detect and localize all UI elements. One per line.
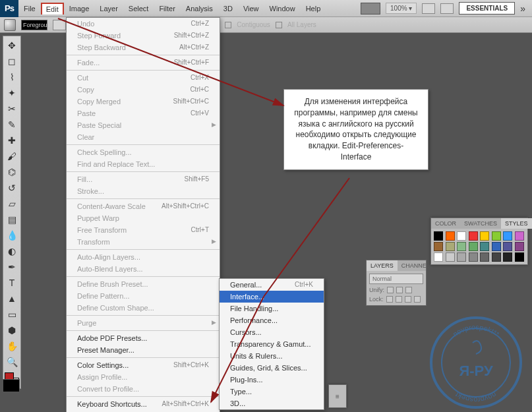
prefs-menu-item[interactable]: Units & Rulers... <box>220 350 324 362</box>
style-swatch[interactable] <box>446 231 455 241</box>
style-swatch[interactable] <box>515 252 524 262</box>
style-swatch[interactable] <box>480 231 489 241</box>
prefs-menu-item[interactable]: Guides, Grid, & Slices... <box>220 362 324 374</box>
prefs-menu-item[interactable]: Interface... <box>220 291 324 303</box>
style-swatch[interactable] <box>492 231 501 241</box>
style-swatch[interactable] <box>469 252 478 262</box>
menu-filter[interactable]: Filter <box>154 2 180 15</box>
style-swatch[interactable] <box>434 242 443 251</box>
lasso-tool-icon[interactable]: ⌇ <box>5 70 19 84</box>
style-swatch[interactable] <box>515 242 524 251</box>
menu-help[interactable]: Help <box>301 2 326 15</box>
menu-layer[interactable]: Layer <box>94 2 123 15</box>
brush-tool-icon[interactable]: 🖌 <box>5 149 19 163</box>
lock-all-icon[interactable] <box>414 296 421 303</box>
healing-brush-tool-icon[interactable]: ✚ <box>5 133 19 148</box>
prefs-menu-item[interactable]: Transparency & Gamut... <box>220 338 324 350</box>
edit-menu-dropdown: UndoCtrl+ZStep ForwardShift+Ctrl+ZStep B… <box>66 17 220 412</box>
pen-tool-icon[interactable]: ✒ <box>5 260 19 274</box>
style-swatch[interactable] <box>469 242 478 251</box>
blur-tool-icon[interactable]: 💧 <box>5 228 19 243</box>
edit-menu-item: Fill...Shift+F5 <box>67 173 220 185</box>
style-swatch[interactable] <box>457 242 466 251</box>
zoom-tool-icon[interactable]: 🔍 <box>5 355 19 369</box>
clone-stamp-tool-icon[interactable]: ⌬ <box>5 165 19 179</box>
style-swatch[interactable] <box>492 242 501 251</box>
dodge-tool-icon[interactable]: ◐ <box>5 244 19 258</box>
edit-menu-item[interactable]: Color Settings...Shift+Ctrl+K <box>67 359 220 371</box>
style-swatch[interactable] <box>469 231 478 241</box>
move-tool-icon[interactable]: ✥ <box>5 38 19 53</box>
style-swatch[interactable] <box>434 252 443 262</box>
prefs-menu-item[interactable]: Plug-Ins... <box>220 374 324 386</box>
style-swatch[interactable] <box>515 231 524 241</box>
3d-tool-icon[interactable]: ⬢ <box>5 323 19 338</box>
menu-select[interactable]: Select <box>123 2 154 15</box>
contiguous-checkbox[interactable] <box>225 22 231 28</box>
history-brush-tool-icon[interactable]: ↺ <box>5 181 19 195</box>
expand-panels-icon[interactable]: » <box>520 3 525 14</box>
alllayers-checkbox[interactable] <box>276 22 282 28</box>
foreground-swatch[interactable]: Foregroun <box>21 20 47 30</box>
style-swatch[interactable] <box>480 252 489 262</box>
style-swatch[interactable] <box>503 252 512 262</box>
watermark-stamp: novprospekt** novprospekt Я-РУ <box>427 313 525 412</box>
hand-tool-icon[interactable]: ✋ <box>5 339 19 353</box>
style-swatch[interactable] <box>480 242 489 251</box>
edit-menu-item[interactable]: Preset Manager... <box>67 344 220 356</box>
style-swatch[interactable] <box>446 252 455 262</box>
type-tool-icon[interactable]: T <box>5 276 19 290</box>
prefs-menu-item[interactable]: File Handling... <box>220 303 324 314</box>
edit-menu-item[interactable]: Adobe PDF Presets... <box>67 332 220 344</box>
eyedropper-tool-icon[interactable]: ✎ <box>5 117 19 132</box>
style-swatch[interactable] <box>457 231 466 241</box>
style-swatch[interactable] <box>457 252 466 262</box>
lock-transparency-icon[interactable] <box>386 296 393 303</box>
unify-visibility-icon[interactable] <box>396 287 403 293</box>
quick-mask-button[interactable] <box>3 379 20 392</box>
blend-mode-select[interactable]: Normal <box>369 274 423 284</box>
prefs-menu-item[interactable]: General...Ctrl+K <box>220 279 324 291</box>
current-tool-preset[interactable] <box>4 19 16 31</box>
style-swatch[interactable] <box>503 231 512 241</box>
prefs-menu-item[interactable]: Cursors... <box>220 326 324 338</box>
view-extras-button[interactable] <box>422 3 435 14</box>
panel-tab-color[interactable]: COLOR <box>431 218 460 229</box>
panel-tab-swatches[interactable]: SWATCHES <box>460 218 501 229</box>
edit-menu-item: Check Spelling... <box>67 146 220 158</box>
menu-edit[interactable]: Edit <box>41 3 64 15</box>
style-swatch[interactable] <box>503 242 512 251</box>
path-selection-tool-icon[interactable]: ▲ <box>5 291 19 306</box>
menu-view[interactable]: View <box>238 2 264 15</box>
marquee-tool-icon[interactable]: ◻ <box>5 54 19 69</box>
gradient-tool-icon[interactable]: ▤ <box>5 212 19 227</box>
edit-menu-item[interactable]: Keyboard Shortcuts...Alt+Shift+Ctrl+K <box>67 398 220 410</box>
prefs-menu-item[interactable]: Type... <box>220 386 324 397</box>
panel-tab-layers[interactable]: LAYERS <box>367 260 398 271</box>
style-swatch[interactable] <box>446 242 455 251</box>
zoom-dropdown[interactable]: 100% ▾ <box>386 3 417 14</box>
lock-position-icon[interactable] <box>405 296 411 303</box>
menu-file[interactable]: File <box>18 2 41 15</box>
shape-tool-icon[interactable]: ▭ <box>5 307 19 322</box>
prefs-menu-item[interactable]: 3D... <box>220 397 324 409</box>
menu-3d[interactable]: 3D <box>218 2 238 15</box>
menu-window[interactable]: Window <box>264 2 301 15</box>
menu-image[interactable]: Image <box>64 2 95 15</box>
lock-image-icon[interactable] <box>396 296 402 303</box>
view-extras-button-2[interactable] <box>440 3 454 14</box>
eraser-tool-icon[interactable]: ▱ <box>5 196 19 211</box>
style-swatch[interactable] <box>492 252 501 262</box>
screen-mode-button[interactable] <box>361 3 380 15</box>
menu-analysis[interactable]: Analysis <box>181 2 218 15</box>
style-swatch[interactable] <box>434 231 443 241</box>
prefs-menu-item[interactable]: Performance... <box>220 314 324 326</box>
sample-mode-button[interactable] <box>53 20 66 30</box>
unify-position-icon[interactable] <box>387 287 394 293</box>
magic-wand-tool-icon[interactable]: ✦ <box>5 86 19 100</box>
crop-tool-icon[interactable]: ✂ <box>5 102 19 116</box>
workspace-switcher[interactable]: ESSENTIALS <box>459 2 515 15</box>
collapsed-panel[interactable]: ≡ <box>328 384 347 408</box>
panel-tab-styles[interactable]: STYLES <box>501 218 532 229</box>
unify-style-icon[interactable] <box>405 287 412 293</box>
